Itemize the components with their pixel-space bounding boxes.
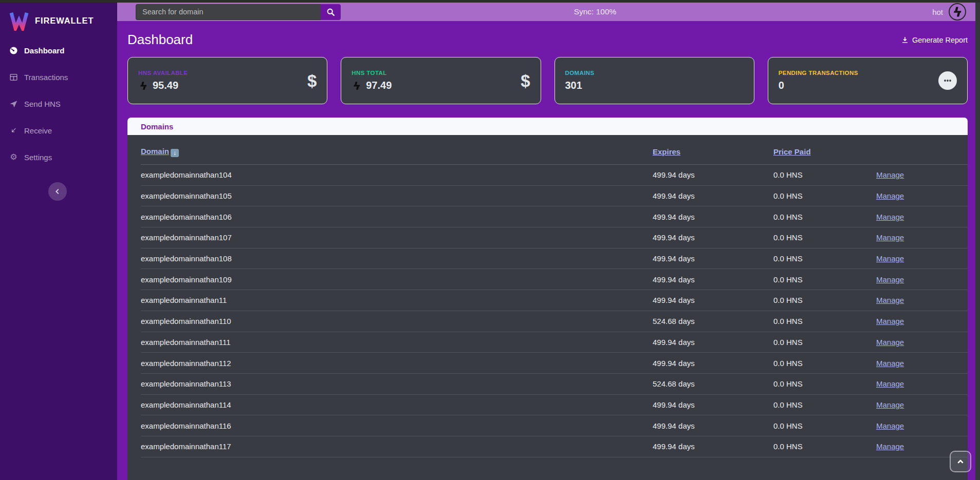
wallet-name: hot [932, 8, 943, 16]
stat-cards-row: HNS AVAILABLE 95.49 $ HNS TOTAL 97.49 [127, 57, 968, 104]
price-paid-value: 0.0 HNS [773, 296, 876, 304]
manage-link[interactable]: Manage [876, 296, 904, 304]
wallet-selector[interactable]: hot [932, 3, 967, 21]
manage-link[interactable]: Manage [876, 254, 904, 263]
domains-table-header: Domain↓ Expires Price Paid [141, 135, 968, 165]
search-input[interactable] [136, 4, 321, 20]
manage-link[interactable]: Manage [876, 359, 904, 368]
price-paid-value: 0.0 HNS [773, 233, 876, 242]
paper-plane-icon [9, 100, 19, 108]
price-paid-value: 0.0 HNS [773, 379, 876, 388]
price-paid-value: 0.0 HNS [773, 338, 876, 347]
page-header: Dashboard Generate Report [127, 32, 968, 48]
sidebar-item-dashboard[interactable]: Dashboard [0, 37, 117, 64]
search-icon [326, 8, 335, 16]
tachometer-icon [9, 46, 19, 55]
table-row: exampledomainnathan116499.94 days0.0 HNS… [141, 415, 968, 436]
domain-name: exampledomainnathan112 [141, 359, 653, 368]
card-value: 0 [779, 80, 784, 91]
expires-value: 524.68 days [653, 379, 773, 388]
manage-link[interactable]: Manage [876, 400, 904, 409]
price-paid-value: 0.0 HNS [773, 359, 876, 368]
page-title: Dashboard [127, 32, 193, 48]
table-row: exampledomainnathan105499.94 days0.0 HNS… [141, 186, 968, 207]
card-hns-total: HNS TOTAL 97.49 $ [341, 57, 541, 104]
expires-value: 499.94 days [653, 359, 773, 368]
expires-value: 499.94 days [653, 275, 773, 284]
table-row: exampledomainnathan110524.68 days0.0 HNS… [141, 311, 968, 332]
domain-search [136, 4, 341, 20]
scroll-to-top-button[interactable] [950, 451, 971, 472]
sidebar-item-label: Dashboard [24, 46, 64, 55]
card-label: HNS TOTAL [352, 70, 521, 76]
firewallet-logo-icon [9, 10, 29, 31]
expires-value: 499.94 days [653, 170, 773, 179]
dollar-sign-icon: $ [307, 72, 317, 89]
manage-link[interactable]: Manage [876, 421, 904, 430]
manage-link[interactable]: Manage [876, 379, 904, 388]
domain-name: exampledomainnathan105 [141, 191, 653, 200]
hns-logo-icon [352, 81, 362, 91]
expires-value: 499.94 days [653, 400, 773, 409]
table-icon [9, 73, 19, 82]
price-paid-value: 0.0 HNS [773, 275, 876, 284]
table-row: exampledomainnathan109499.94 days0.0 HNS… [141, 269, 968, 290]
topbar: Sync: 100% hot [117, 0, 980, 21]
domain-name: exampledomainnathan11 [141, 296, 653, 304]
table-row: exampledomainnathan114499.94 days0.0 HNS… [141, 395, 968, 416]
manage-link[interactable]: Manage [876, 275, 904, 284]
expires-value: 499.94 days [653, 213, 773, 221]
domain-name: exampledomainnathan109 [141, 275, 653, 284]
domains-table: Domain↓ Expires Price Paid exampledomain… [127, 135, 968, 480]
sync-status: Sync: 100% [574, 7, 617, 16]
generate-report-button[interactable]: Generate Report [901, 36, 968, 44]
sidebar-item-settings[interactable]: ⚙ Settings [0, 144, 117, 170]
card-value: 97.49 [366, 80, 392, 91]
manage-link[interactable]: Manage [876, 442, 904, 451]
table-row: exampledomainnathan107499.94 days0.0 HNS… [141, 227, 968, 248]
table-row: exampledomainnathan112499.94 days0.0 HNS… [141, 353, 968, 374]
manage-link[interactable]: Manage [876, 213, 904, 221]
sidebar-item-transactions[interactable]: Transactions [0, 64, 117, 90]
column-header-domain[interactable]: Domain↓ [141, 147, 179, 156]
handshake-coin-icon [948, 3, 967, 21]
price-paid-value: 0.0 HNS [773, 170, 876, 179]
card-label: PENDING TRANSACTIONS [779, 70, 938, 76]
column-header-price-paid[interactable]: Price Paid [773, 147, 811, 156]
expires-value: 499.94 days [653, 233, 773, 242]
card-domains: DOMAINS 301 [554, 57, 754, 104]
price-paid-value: 0.0 HNS [773, 421, 876, 430]
window-right-edge-scrollbar[interactable] [975, 0, 980, 480]
domain-name: exampledomainnathan106 [141, 213, 653, 221]
sidebar-collapse-button[interactable] [48, 182, 67, 201]
brand[interactable]: FIREWALLET [0, 3, 117, 37]
column-header-expires[interactable]: Expires [653, 147, 680, 156]
sidebar-item-send-hns[interactable]: Send HNS [0, 90, 117, 117]
sidebar-item-receive[interactable]: Receive [0, 117, 117, 144]
hns-logo-icon [138, 81, 149, 91]
manage-link[interactable]: Manage [876, 317, 904, 325]
expires-value: 499.94 days [653, 296, 773, 304]
ellipsis-icon [943, 76, 952, 85]
table-row: exampledomainnathan113524.68 days0.0 HNS… [141, 374, 968, 395]
manage-link[interactable]: Manage [876, 191, 904, 200]
sidebar-item-label: Transactions [24, 73, 68, 82]
manage-link[interactable]: Manage [876, 338, 904, 347]
card-pending-transactions: PENDING TRANSACTIONS 0 [768, 57, 968, 104]
search-button[interactable] [321, 4, 341, 20]
manage-link[interactable]: Manage [876, 233, 904, 242]
expires-value: 499.94 days [653, 421, 773, 430]
table-row: exampledomainnathan104499.94 days0.0 HNS… [141, 165, 968, 186]
sidebar-item-label: Settings [24, 153, 52, 162]
chevron-up-icon [956, 457, 965, 466]
manage-link[interactable]: Manage [876, 170, 904, 179]
table-row: exampledomainnathan111499.94 days0.0 HNS… [141, 332, 968, 353]
domain-name: exampledomainnathan114 [141, 400, 653, 409]
sidebar-item-label: Send HNS [24, 100, 61, 108]
domain-name: exampledomainnathan117 [141, 442, 653, 451]
expires-value: 499.94 days [653, 254, 773, 263]
card-label: HNS AVAILABLE [138, 70, 307, 76]
domain-name: exampledomainnathan116 [141, 421, 653, 430]
ellipsis-menu-button[interactable] [938, 71, 957, 90]
expires-value: 499.94 days [653, 191, 773, 200]
